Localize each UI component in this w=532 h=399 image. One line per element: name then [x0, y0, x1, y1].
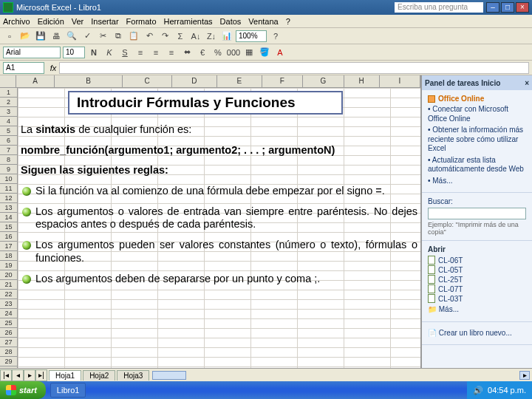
- taskpane-link-2[interactable]: • Obtener la información más reciente so…: [428, 126, 526, 154]
- row-header-30[interactable]: 30: [0, 366, 17, 368]
- sheet-nav-last-icon[interactable]: ▸|: [35, 369, 47, 381]
- column-header-C[interactable]: C: [123, 75, 172, 87]
- taskbar-item-excel[interactable]: Libro1: [50, 383, 86, 398]
- row-header-13[interactable]: 13: [0, 203, 17, 213]
- save-icon[interactable]: 💾: [34, 30, 47, 43]
- row-header-10[interactable]: 10: [0, 174, 17, 184]
- row-header-17[interactable]: 17: [0, 242, 17, 251]
- tray-icon[interactable]: 🔊: [473, 386, 483, 395]
- system-tray[interactable]: 🔊 04:54 p.m.: [467, 381, 532, 399]
- row-header-14[interactable]: 14: [0, 213, 17, 222]
- task-pane-close-icon[interactable]: ×: [525, 79, 529, 87]
- select-all-corner[interactable]: [0, 75, 16, 87]
- row-header-11[interactable]: 11: [0, 184, 17, 194]
- redo-icon[interactable]: ↷: [158, 30, 171, 43]
- column-header-H[interactable]: H: [344, 75, 380, 87]
- start-button[interactable]: start: [0, 381, 46, 399]
- row-header-27[interactable]: 27: [0, 338, 17, 347]
- row-header-6[interactable]: 6: [0, 136, 17, 146]
- sheet-tab-hoja2[interactable]: Hoja2: [83, 370, 115, 381]
- zoom-box[interactable]: 100%: [236, 30, 267, 42]
- recent-file-4[interactable]: CL-07T: [428, 284, 526, 293]
- help-icon[interactable]: ?: [269, 30, 282, 43]
- underline-icon[interactable]: S: [118, 46, 132, 59]
- minimize-button[interactable]: –: [486, 2, 499, 13]
- hscroll-thumb[interactable]: [152, 371, 186, 380]
- menu-ventana[interactable]: Ventana: [248, 17, 278, 26]
- horizontal-scrollbar[interactable]: ▸: [151, 370, 531, 381]
- row-header-24[interactable]: 24: [0, 309, 17, 318]
- sheet-tab-hoja1[interactable]: Hoja1: [49, 370, 81, 381]
- sort-asc-icon[interactable]: A↓: [189, 30, 202, 43]
- fill-color-icon[interactable]: 🪣: [258, 46, 271, 59]
- font-name-box[interactable]: Arial: [3, 47, 61, 58]
- fx-icon[interactable]: fx: [47, 64, 59, 72]
- paste-icon[interactable]: 📋: [127, 30, 140, 43]
- menu-formato[interactable]: Formato: [126, 17, 157, 26]
- row-header-29[interactable]: 29: [0, 357, 17, 366]
- align-center-icon[interactable]: ≡: [149, 46, 163, 59]
- taskpane-link-3[interactable]: • Actualizar esta lista automáticamente …: [428, 156, 526, 174]
- taskpane-link-4[interactable]: • Más...: [428, 177, 526, 186]
- sort-desc-icon[interactable]: Z↓: [205, 30, 218, 43]
- merge-icon[interactable]: ⬌: [180, 46, 194, 59]
- row-header-12[interactable]: 12: [0, 194, 17, 203]
- row-header-18[interactable]: 18: [0, 251, 17, 261]
- row-header-25[interactable]: 25: [0, 318, 17, 328]
- spellcheck-icon[interactable]: ✓: [81, 30, 94, 43]
- row-header-22[interactable]: 22: [0, 290, 17, 299]
- sheet-tab-hoja3[interactable]: Hoja3: [117, 370, 149, 381]
- name-box[interactable]: A1: [3, 62, 44, 74]
- recent-file-3[interactable]: CL-25T: [428, 275, 526, 284]
- row-header-26[interactable]: 26: [0, 328, 17, 338]
- cells-area[interactable]: Introducir Fórmulas y Funciones La sinta…: [18, 88, 420, 368]
- percent-icon[interactable]: %: [211, 46, 225, 59]
- new-icon[interactable]: ▫: [3, 30, 16, 43]
- menu-herramientas[interactable]: Herramientas: [164, 17, 213, 26]
- recent-file-1[interactable]: CL-06T: [428, 256, 526, 265]
- task-pane-search-input[interactable]: [428, 208, 526, 219]
- sheet-nav-first-icon[interactable]: |◂: [0, 369, 12, 381]
- chart-icon[interactable]: 📊: [220, 30, 233, 43]
- more-files-link[interactable]: 📁 Más...: [428, 305, 526, 315]
- column-header-I[interactable]: I: [380, 75, 420, 87]
- font-color-icon[interactable]: A: [273, 46, 287, 59]
- row-header-28[interactable]: 28: [0, 347, 17, 357]
- maximize-button[interactable]: □: [501, 2, 514, 13]
- menu-datos[interactable]: Datos: [220, 17, 242, 26]
- column-header-F[interactable]: F: [262, 75, 303, 87]
- row-header-2[interactable]: 2: [0, 98, 17, 107]
- comma-icon[interactable]: 000: [227, 46, 240, 59]
- row-header-20[interactable]: 20: [0, 270, 17, 280]
- menu-edición[interactable]: Edición: [38, 17, 64, 26]
- italic-icon[interactable]: K: [103, 46, 116, 59]
- undo-icon[interactable]: ↶: [143, 30, 156, 43]
- column-header-A[interactable]: A: [16, 75, 55, 87]
- ask-a-question-box[interactable]: Escriba una pregunta: [395, 2, 483, 13]
- worksheet-grid[interactable]: ABCDEFGHI 123456789101112131415161718192…: [0, 75, 421, 368]
- column-header-B[interactable]: B: [55, 75, 123, 87]
- menu-archivo[interactable]: Archivo: [3, 17, 30, 26]
- row-header-9[interactable]: 9: [0, 165, 17, 174]
- row-header-8[interactable]: 8: [0, 155, 17, 165]
- font-size-box[interactable]: 10: [63, 47, 85, 58]
- bold-icon[interactable]: N: [87, 46, 100, 59]
- align-right-icon[interactable]: ≡: [165, 46, 178, 59]
- menu-?[interactable]: ?: [286, 17, 290, 26]
- new-workbook-link[interactable]: 📄 Crear un libro nuevo...: [428, 329, 526, 338]
- copy-icon[interactable]: ⧉: [112, 30, 125, 43]
- autosum-icon[interactable]: Σ: [174, 30, 187, 43]
- column-header-D[interactable]: D: [172, 75, 217, 87]
- formula-input[interactable]: [59, 62, 529, 74]
- preview-icon[interactable]: 🔍: [65, 30, 78, 43]
- menu-ver[interactable]: Ver: [72, 17, 84, 26]
- row-header-23[interactable]: 23: [0, 299, 17, 309]
- sheet-nav-next-icon[interactable]: ▸: [24, 369, 35, 381]
- row-header-21[interactable]: 21: [0, 280, 17, 290]
- print-icon[interactable]: 🖶: [50, 30, 63, 43]
- row-header-15[interactable]: 15: [0, 222, 17, 232]
- borders-icon[interactable]: ▦: [242, 46, 256, 59]
- column-header-G[interactable]: G: [303, 75, 344, 87]
- row-header-4[interactable]: 4: [0, 117, 17, 126]
- column-header-E[interactable]: E: [217, 75, 262, 87]
